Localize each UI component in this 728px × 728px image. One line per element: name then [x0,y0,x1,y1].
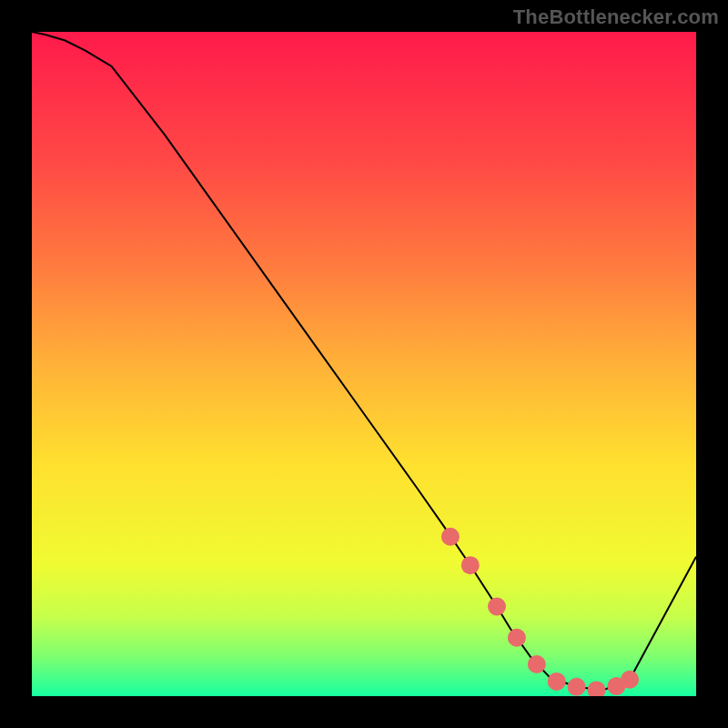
plot-area [32,32,696,696]
highlight-dot [508,629,526,647]
chart-background [32,32,696,696]
chart-frame: TheBottlenecker.com [0,0,728,728]
highlight-dot [461,556,480,574]
highlight-dot [441,528,460,546]
highlight-dot [621,671,639,689]
highlight-dot [528,655,546,673]
attribution-label: TheBottlenecker.com [513,5,719,29]
highlight-dot [568,678,586,696]
highlight-dot [548,672,566,691]
highlight-dot [488,597,506,615]
chart-svg [32,32,696,696]
